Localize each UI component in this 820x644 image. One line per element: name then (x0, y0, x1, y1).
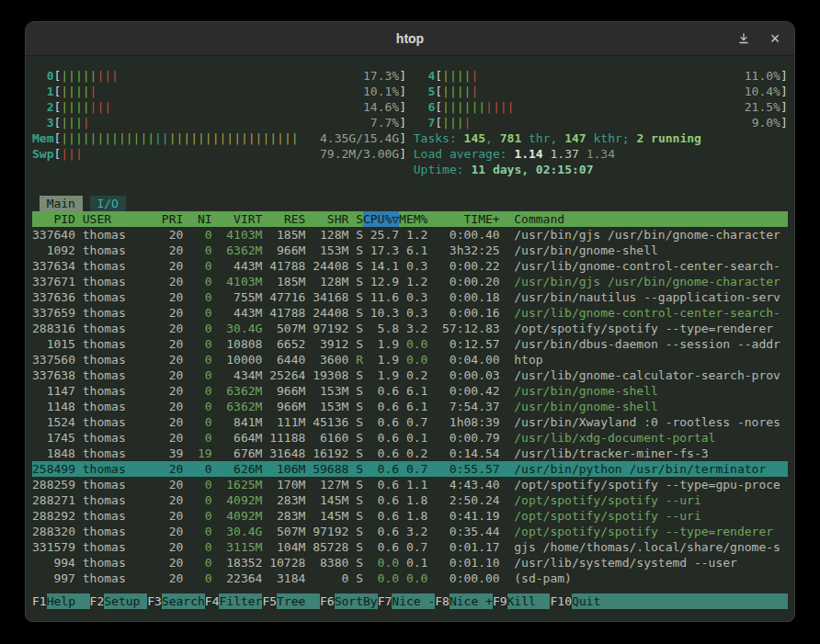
cell-cpu: 5.8 (363, 321, 399, 336)
process-row[interactable]: 337636thomas200755M4771634168S11.60.30:0… (32, 289, 788, 305)
cell-s: S (348, 571, 363, 586)
cell-time: 0:01.10 (427, 555, 499, 571)
meter-bar-segment: ||||||||||||| (61, 131, 154, 145)
cell-shr: 0 (305, 571, 348, 586)
cell-mem: 0.0 (399, 352, 427, 367)
process-row[interactable]: 1848thomas3919676M3164816192S0.60.20:14.… (32, 446, 788, 461)
meter-bracket: ] (780, 99, 788, 115)
process-row[interactable]: 994thomas20018352107288380S0.00.10:01.10… (32, 555, 788, 571)
cell-cpu: 12.9 (363, 274, 399, 289)
cell-user: thomas (83, 336, 154, 352)
process-row[interactable]: 1147thomas2006362M966M153MS0.66.10:00.42… (32, 383, 788, 399)
stat-text: 145 (464, 131, 485, 145)
cell-cmd: /usr/bin/gjs /usr/bin/gnome-character (514, 227, 788, 243)
cell-virt: 30.4G (212, 524, 263, 539)
stat-text: 11 days, 02:15:07 (471, 163, 593, 176)
meter-bar-segment: ||| (61, 116, 82, 130)
meter-bar: |||||10.4% (442, 84, 780, 99)
fkey-label-tree[interactable]: Tree (277, 593, 320, 609)
cell-cpu: 0.6 (363, 492, 399, 508)
column-header-cpu[interactable]: CPU%▽ (363, 211, 399, 227)
process-row[interactable]: 288292thomas2004092M283M145MS0.61.80:41.… (32, 508, 788, 524)
fkey-label-nice-[interactable]: Nice - (392, 593, 435, 609)
column-header-pid[interactable]: PID (32, 211, 75, 227)
process-row[interactable]: 337671thomas2004103M185M128MS12.91.20:00… (32, 274, 788, 289)
fkey-f5: F5 (262, 593, 277, 609)
cell-pid: 1015 (32, 336, 75, 352)
cell-res: 966M (262, 399, 305, 414)
process-row[interactable]: 1015thomas2001080866523912S1.90.00:12.57… (32, 336, 788, 352)
process-row[interactable]: 337659thomas200443M4178824408S10.30.30:0… (32, 305, 788, 321)
cell-virt: 626M (212, 461, 263, 477)
cell-user: thomas (83, 258, 154, 274)
download-icon[interactable] (735, 30, 752, 47)
screen-tab-bar: Main I/O (32, 196, 788, 211)
cell-user: thomas (83, 430, 154, 446)
process-row[interactable]: 337638thomas200434M2526419308S1.90.20:00… (32, 367, 788, 383)
meter-bar-segment: |||| (485, 100, 514, 114)
process-row[interactable]: 337640thomas2004103M185M128MS25.71.20:00… (32, 227, 788, 243)
cell-res: 10728 (262, 555, 305, 571)
meter-zone: 0[||||||||17.3%] 4[|||||11.0%]1[|||||10.… (32, 68, 788, 177)
cell-cpu: 14.1 (363, 258, 399, 274)
process-row[interactable]: 1092thomas2006362M966M153MS17.36.13h32:2… (32, 243, 788, 258)
window-titlebar[interactable]: htop × (26, 22, 794, 56)
cell-ni: 0 (183, 477, 211, 492)
process-row[interactable]: 997thomas2002236431840S0.00.00:00.00(sd-… (32, 571, 788, 586)
column-header-shr[interactable]: SHR (305, 211, 348, 227)
process-row[interactable]: 1524thomas200841M111M45136S0.60.71h08:39… (32, 414, 788, 430)
cell-cpu: 1.9 (363, 336, 399, 352)
column-header-s[interactable]: S (348, 211, 363, 227)
tab-main[interactable]: Main (40, 196, 83, 211)
process-row[interactable]: 337560thomas2001000064403600R1.90.00:04.… (32, 352, 788, 367)
column-header-virt[interactable]: VIRT (212, 211, 263, 227)
process-row[interactable]: 258499thomas200626M106M59688S0.60.70:55.… (32, 461, 788, 477)
meter-bar: ||||||||17.3% (61, 68, 399, 84)
fkey-label-sortby[interactable]: SortBy (335, 593, 378, 609)
cell-pid: 288316 (32, 321, 75, 336)
column-header-pri[interactable]: PRI (154, 211, 183, 227)
meter-bar-segment: |||| (61, 85, 89, 98)
meter-bracket: ] (399, 84, 406, 99)
meter-bar-segment: ||||| (61, 69, 97, 83)
swp-load-row: Swp[|||79.2M/3.00G] Load average: 1.14 1… (32, 146, 788, 162)
process-row[interactable]: 337634thomas200443M4178824408S14.10.30:0… (32, 258, 788, 274)
column-header-ni[interactable]: NI (183, 211, 211, 227)
cell-pri: 20 (154, 524, 183, 539)
cell-user: thomas (83, 243, 154, 258)
process-row[interactable]: 288316thomas20030.4G507M97192S5.83.257:1… (32, 321, 788, 336)
cell-cmd: /usr/bin/gnome-shell (514, 383, 788, 399)
fkey-label-setup[interactable]: Setup (104, 593, 147, 609)
meter-label: 6 (414, 99, 435, 115)
process-row[interactable]: 1745thomas200664M111886160S0.60.10:00.79… (32, 430, 788, 446)
meter-label: 2 (32, 99, 53, 115)
meter-bar: |||79.2M/3.00G (61, 146, 399, 162)
column-header-mem[interactable]: MEM% (399, 211, 427, 227)
fkey-label-kill[interactable]: Kill (507, 593, 551, 609)
cell-pid: 337671 (32, 274, 75, 289)
fkey-label-search[interactable]: Search (162, 593, 205, 609)
fkey-label-filter[interactable]: Filter (219, 593, 262, 609)
fkey-label-quit[interactable]: Quit (572, 593, 615, 609)
process-row[interactable]: 1148thomas2006362M966M153MS0.66.17:54.37… (32, 399, 788, 414)
close-button[interactable]: × (767, 30, 783, 47)
cell-virt: 4092M (212, 508, 263, 524)
column-header-cmd[interactable]: Command (514, 211, 788, 227)
cell-pri: 20 (154, 555, 183, 571)
cell-s: S (348, 430, 363, 446)
process-row[interactable]: 288259thomas2001625M170M127MS0.61.14:43.… (32, 477, 788, 492)
meter-label: 3 (32, 115, 53, 130)
column-header-res[interactable]: RES (262, 211, 305, 227)
process-row[interactable]: 331579thomas2003115M104M85728S0.60.70:01… (32, 539, 788, 555)
tab-i-o[interactable]: I/O (90, 196, 126, 211)
meter-4: 4[|||||11.0%] (414, 68, 788, 84)
column-header-time[interactable]: TIME+ (427, 211, 499, 227)
fkey-label-help[interactable]: Help (47, 593, 90, 609)
column-header-user[interactable]: USER (83, 211, 154, 227)
meter-bar: |||||||14.6% (61, 99, 399, 115)
stat-text: , (551, 131, 565, 145)
cell-s: S (348, 461, 363, 477)
process-row[interactable]: 288271thomas2004092M283M145MS0.61.82:50.… (32, 492, 788, 508)
process-row[interactable]: 288320thomas20030.4G507M97192S0.63.20:35… (32, 524, 788, 539)
fkey-label-nice-[interactable]: Nice + (450, 593, 493, 609)
